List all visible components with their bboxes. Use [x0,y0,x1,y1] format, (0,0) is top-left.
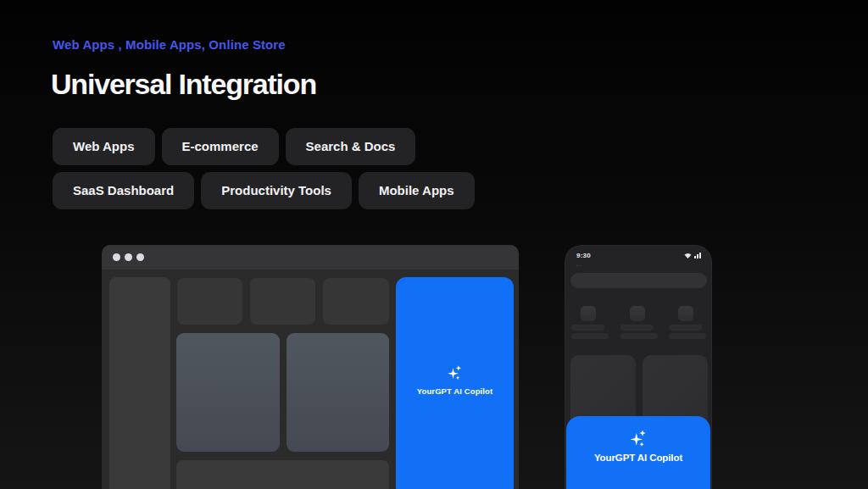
page-title: Universal Integration [51,68,316,101]
skeleton-card [176,333,280,452]
search-bar-skeleton [570,273,707,288]
skeleton-block [176,460,389,489]
content-blocks-skeleton [176,333,389,452]
back-arrow-icon: ← [574,258,584,270]
filter-pill-productivity-tools[interactable]: Productivity Tools [201,172,352,209]
feature-icon-skeleton [581,306,596,321]
sidebar-skeleton [109,277,170,489]
filter-pill-e-commerce[interactable]: E-commerce [162,128,279,165]
page-background: Web Apps , Mobile Apps, Online Store Uni… [0,0,868,489]
filter-pill-web-apps[interactable]: Web Apps [53,128,155,165]
status-icons [684,253,702,258]
text-bar-skeleton [571,333,609,339]
skeleton-card [287,333,390,452]
skeleton-block [250,278,315,325]
feature-icon-skeleton [630,306,645,321]
window-dot-icon [113,253,120,261]
copilot-panel: YourGPT AI Copilot [396,277,514,489]
text-bar-skeleton [620,333,658,339]
text-bar-skeleton [669,325,702,331]
text-bar-skeleton [571,325,604,331]
copilot-card-label: YourGPT AI Copilot [594,453,682,463]
filter-pill-saas-dashboard[interactable]: SaaS Dashboard [53,172,194,209]
phone-mockup: 9:30 ← [565,245,712,489]
desktop-browser-mockup: YourGPT AI Copilot [102,245,519,489]
skeleton-block [177,278,242,325]
feature-column [669,306,706,339]
window-dot-icon [125,253,132,261]
integration-filters: Web Apps E-commerce Search & Docs SaaS D… [53,128,553,209]
sparkles-icon [447,364,463,381]
feature-column [620,306,658,339]
signal-icon [694,253,702,258]
skeleton-block [323,278,389,325]
text-bar-skeleton [620,325,654,331]
phone-status-bar: 9:30 [565,250,711,260]
filter-pill-mobile-apps[interactable]: Mobile Apps [359,172,475,209]
filter-pill-search-docs[interactable]: Search & Docs [286,128,416,165]
feature-column [571,306,609,339]
wifi-icon [684,253,692,258]
window-dot-icon [136,253,144,261]
hero-eyebrow: Web Apps , Mobile Apps, Online Store [53,37,286,52]
text-bar-skeleton [669,333,706,339]
copilot-panel-label: YourGPT AI Copilot [417,386,492,396]
sparkles-icon [629,429,648,447]
browser-titlebar [102,245,519,270]
copilot-card: YourGPT AI Copilot [566,416,710,489]
feature-icon-skeleton [678,306,693,321]
